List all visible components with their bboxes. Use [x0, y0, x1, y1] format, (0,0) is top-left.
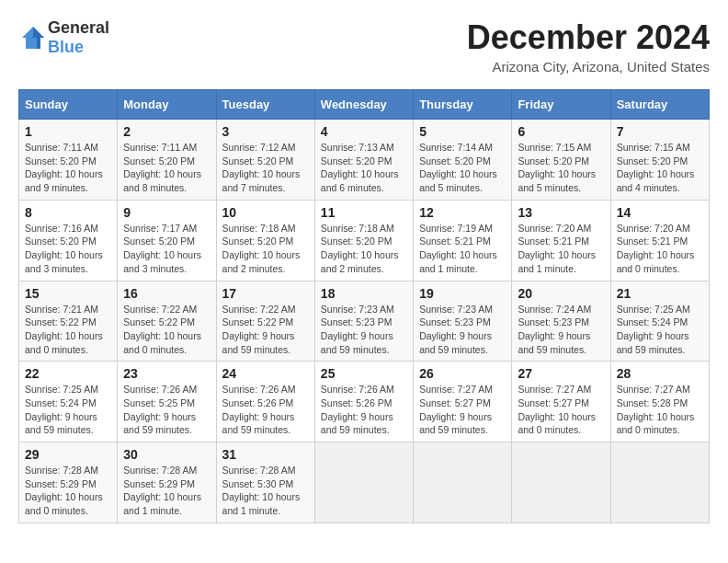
logo-blue: Blue — [48, 38, 84, 56]
title-section: December 2024 Arizona City, Arizona, Uni… — [467, 18, 710, 75]
day-number: 2 — [123, 124, 210, 139]
day-info: Sunrise: 7:17 AMSunset: 5:20 PMDaylight:… — [123, 222, 210, 276]
day-info: Sunrise: 7:20 AMSunset: 5:21 PMDaylight:… — [518, 222, 604, 276]
calendar-cell: 24Sunrise: 7:26 AMSunset: 5:26 PMDayligh… — [216, 362, 314, 442]
logo-icon — [18, 23, 48, 52]
day-number: 29 — [25, 447, 111, 462]
day-info: Sunrise: 7:19 AMSunset: 5:21 PMDaylight:… — [419, 222, 506, 276]
calendar-cell — [512, 442, 610, 523]
calendar-cell: 5Sunrise: 7:14 AMSunset: 5:20 PMDaylight… — [414, 120, 512, 201]
day-info: Sunrise: 7:11 AMSunset: 5:20 PMDaylight:… — [25, 141, 111, 195]
header: General Blue December 2024 Arizona City,… — [18, 18, 710, 75]
calendar-cell: 7Sunrise: 7:15 AMSunset: 5:20 PMDaylight… — [610, 120, 709, 201]
calendar-cell: 12Sunrise: 7:19 AMSunset: 5:21 PMDayligh… — [414, 200, 512, 281]
day-number: 19 — [419, 286, 506, 301]
calendar-cell: 27Sunrise: 7:27 AMSunset: 5:27 PMDayligh… — [512, 362, 610, 442]
day-number: 26 — [419, 366, 506, 381]
day-number: 27 — [518, 366, 604, 381]
day-number: 8 — [25, 205, 111, 220]
day-number: 22 — [25, 366, 111, 381]
day-number: 10 — [222, 205, 309, 220]
calendar-header-friday: Friday — [512, 90, 610, 120]
calendar-cell: 21Sunrise: 7:25 AMSunset: 5:24 PMDayligh… — [610, 281, 709, 362]
calendar-cell: 11Sunrise: 7:18 AMSunset: 5:20 PMDayligh… — [314, 200, 413, 281]
day-info: Sunrise: 7:26 AMSunset: 5:25 PMDaylight:… — [123, 383, 210, 437]
day-info: Sunrise: 7:28 AMSunset: 5:29 PMDaylight:… — [25, 464, 111, 518]
day-number: 31 — [222, 447, 309, 462]
day-info: Sunrise: 7:26 AMSunset: 5:26 PMDaylight:… — [222, 383, 309, 437]
calendar-header-monday: Monday — [118, 90, 216, 120]
calendar-week-2: 8Sunrise: 7:16 AMSunset: 5:20 PMDaylight… — [19, 200, 710, 281]
day-number: 21 — [617, 286, 703, 301]
day-info: Sunrise: 7:16 AMSunset: 5:20 PMDaylight:… — [25, 222, 111, 276]
day-number: 20 — [518, 286, 604, 301]
day-info: Sunrise: 7:27 AMSunset: 5:27 PMDaylight:… — [518, 383, 604, 437]
day-number: 17 — [222, 286, 309, 301]
calendar-cell: 17Sunrise: 7:22 AMSunset: 5:22 PMDayligh… — [216, 281, 314, 362]
day-info: Sunrise: 7:15 AMSunset: 5:20 PMDaylight:… — [617, 141, 703, 195]
calendar-header-saturday: Saturday — [610, 90, 709, 120]
subtitle: Arizona City, Arizona, United States — [467, 59, 710, 75]
day-number: 9 — [123, 205, 210, 220]
day-info: Sunrise: 7:15 AMSunset: 5:20 PMDaylight:… — [518, 141, 604, 195]
day-info: Sunrise: 7:18 AMSunset: 5:20 PMDaylight:… — [222, 222, 309, 276]
day-info: Sunrise: 7:18 AMSunset: 5:20 PMDaylight:… — [321, 222, 407, 276]
calendar-cell: 19Sunrise: 7:23 AMSunset: 5:23 PMDayligh… — [414, 281, 512, 362]
calendar-cell: 3Sunrise: 7:12 AMSunset: 5:20 PMDaylight… — [216, 120, 314, 201]
calendar-cell — [314, 442, 413, 523]
day-number: 30 — [123, 447, 210, 462]
calendar-cell — [610, 442, 709, 523]
calendar-table: SundayMondayTuesdayWednesdayThursdayFrid… — [18, 89, 710, 523]
day-number: 4 — [321, 124, 407, 139]
calendar-week-3: 15Sunrise: 7:21 AMSunset: 5:22 PMDayligh… — [19, 281, 710, 362]
day-number: 7 — [617, 124, 703, 139]
day-number: 15 — [25, 286, 111, 301]
calendar-cell: 18Sunrise: 7:23 AMSunset: 5:23 PMDayligh… — [314, 281, 413, 362]
calendar-cell: 1Sunrise: 7:11 AMSunset: 5:20 PMDaylight… — [19, 120, 118, 201]
calendar-cell: 15Sunrise: 7:21 AMSunset: 5:22 PMDayligh… — [19, 281, 118, 362]
day-info: Sunrise: 7:26 AMSunset: 5:26 PMDaylight:… — [321, 383, 407, 437]
calendar-cell — [414, 442, 512, 523]
day-info: Sunrise: 7:13 AMSunset: 5:20 PMDaylight:… — [321, 141, 407, 195]
calendar-cell: 28Sunrise: 7:27 AMSunset: 5:28 PMDayligh… — [610, 362, 709, 442]
day-info: Sunrise: 7:28 AMSunset: 5:30 PMDaylight:… — [222, 464, 309, 518]
calendar-cell: 23Sunrise: 7:26 AMSunset: 5:25 PMDayligh… — [118, 362, 216, 442]
day-info: Sunrise: 7:23 AMSunset: 5:23 PMDaylight:… — [419, 303, 506, 357]
day-number: 18 — [321, 286, 407, 301]
day-number: 25 — [321, 366, 407, 381]
calendar-cell: 4Sunrise: 7:13 AMSunset: 5:20 PMDaylight… — [314, 120, 413, 201]
calendar-header-tuesday: Tuesday — [216, 90, 314, 120]
page-title: December 2024 — [467, 18, 710, 57]
day-info: Sunrise: 7:11 AMSunset: 5:20 PMDaylight:… — [123, 141, 210, 195]
day-number: 1 — [25, 124, 111, 139]
calendar-cell: 9Sunrise: 7:17 AMSunset: 5:20 PMDaylight… — [118, 200, 216, 281]
day-info: Sunrise: 7:22 AMSunset: 5:22 PMDaylight:… — [222, 303, 309, 357]
calendar-cell: 31Sunrise: 7:28 AMSunset: 5:30 PMDayligh… — [216, 442, 314, 523]
day-info: Sunrise: 7:24 AMSunset: 5:23 PMDaylight:… — [518, 303, 604, 357]
day-number: 5 — [419, 124, 506, 139]
calendar-cell: 6Sunrise: 7:15 AMSunset: 5:20 PMDaylight… — [512, 120, 610, 201]
day-number: 23 — [123, 366, 210, 381]
day-number: 16 — [123, 286, 210, 301]
day-info: Sunrise: 7:27 AMSunset: 5:27 PMDaylight:… — [419, 383, 506, 437]
day-number: 12 — [419, 205, 506, 220]
day-number: 24 — [222, 366, 309, 381]
calendar-week-4: 22Sunrise: 7:25 AMSunset: 5:24 PMDayligh… — [19, 362, 710, 442]
day-info: Sunrise: 7:25 AMSunset: 5:24 PMDaylight:… — [617, 303, 703, 357]
calendar-cell: 13Sunrise: 7:20 AMSunset: 5:21 PMDayligh… — [512, 200, 610, 281]
calendar-cell: 30Sunrise: 7:28 AMSunset: 5:29 PMDayligh… — [118, 442, 216, 523]
day-number: 3 — [222, 124, 309, 139]
calendar-cell: 10Sunrise: 7:18 AMSunset: 5:20 PMDayligh… — [216, 200, 314, 281]
day-number: 14 — [617, 205, 703, 220]
calendar-header-row: SundayMondayTuesdayWednesdayThursdayFrid… — [19, 90, 710, 120]
day-info: Sunrise: 7:14 AMSunset: 5:20 PMDaylight:… — [419, 141, 506, 195]
day-number: 28 — [617, 366, 703, 381]
calendar-cell: 25Sunrise: 7:26 AMSunset: 5:26 PMDayligh… — [314, 362, 413, 442]
day-info: Sunrise: 7:27 AMSunset: 5:28 PMDaylight:… — [617, 383, 703, 437]
calendar-cell: 2Sunrise: 7:11 AMSunset: 5:20 PMDaylight… — [118, 120, 216, 201]
calendar-cell: 22Sunrise: 7:25 AMSunset: 5:24 PMDayligh… — [19, 362, 118, 442]
calendar-header-wednesday: Wednesday — [314, 90, 413, 120]
day-info: Sunrise: 7:12 AMSunset: 5:20 PMDaylight:… — [222, 141, 309, 195]
calendar-cell: 29Sunrise: 7:28 AMSunset: 5:29 PMDayligh… — [19, 442, 118, 523]
calendar-header-sunday: Sunday — [19, 90, 118, 120]
